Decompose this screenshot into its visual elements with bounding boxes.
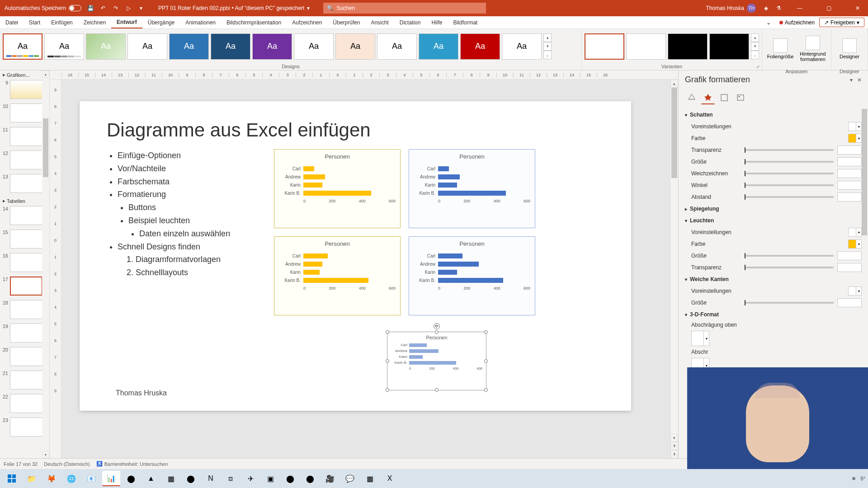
vlc-icon[interactable]: ▲ — [142, 471, 160, 486]
accessibility-check[interactable]: ♿Barrierefreiheit: Untersuchen — [96, 461, 168, 467]
variant-thumb[interactable] — [626, 33, 666, 60]
edge-size-slider[interactable] — [745, 302, 834, 304]
transparency-slider[interactable] — [745, 149, 834, 151]
designer-button[interactable]: Designer — [834, 31, 865, 67]
obs-icon[interactable]: ⬤ — [281, 471, 299, 486]
outlook-icon[interactable]: 📧 — [82, 471, 100, 486]
onenote-icon[interactable]: N — [202, 471, 220, 486]
excel-icon[interactable]: X — [381, 471, 399, 486]
theme-thumb[interactable]: Aa — [252, 33, 292, 60]
theme-thumb[interactable]: Aa — [294, 33, 334, 60]
edge-size-value[interactable] — [837, 298, 862, 307]
share-button[interactable]: ↗Freigeben▾ — [819, 18, 864, 27]
app-icon[interactable]: ▣ — [261, 471, 279, 486]
bevel-top-dropdown[interactable]: ▾ — [691, 331, 709, 346]
tab-bildformat[interactable]: Bildformat — [448, 16, 483, 28]
document-title[interactable]: PPT 01 Roter Faden 002.pptx • Auf "diese… — [158, 5, 310, 11]
blur-value[interactable] — [837, 169, 862, 178]
section-kanten[interactable]: ▾Weiche Kanten — [685, 273, 862, 285]
section-3d[interactable]: ▾3-D-Format — [685, 309, 862, 320]
app-icon[interactable]: ⬤ — [122, 471, 140, 486]
mini-chart[interactable]: PersonenCarlAndrewKarinKarin B.020040060… — [274, 149, 401, 228]
section-leuchten[interactable]: ▾Leuchten — [685, 215, 862, 226]
slide-text[interactable]: Einfüge-Optionen Vor/Nachteile Farbschem… — [107, 149, 260, 315]
variant-gallery-scroll[interactable]: ▴▾⌄ — [751, 33, 759, 60]
tab-uebergaenge[interactable]: Übergänge — [142, 16, 180, 28]
angle-slider[interactable] — [745, 184, 834, 186]
autosave-switch[interactable] — [69, 5, 81, 11]
tab-entwurf[interactable]: Entwurf — [111, 16, 142, 28]
theme-thumb[interactable]: Aa — [44, 33, 84, 60]
resize-handle[interactable] — [386, 330, 389, 334]
system-tray[interactable]: ❄ 5° — [852, 476, 865, 482]
undo-icon[interactable]: ↶ — [99, 5, 107, 12]
record-button[interactable]: Aufzeichnen — [775, 16, 819, 28]
ribbon-collapse-button[interactable]: ⌄ — [762, 16, 775, 28]
theme-thumb[interactable]: Aa — [127, 33, 167, 60]
theme-thumb[interactable]: Aa — [377, 33, 417, 60]
maximize-button[interactable]: ▢ — [818, 0, 839, 16]
size-slider[interactable] — [745, 161, 834, 163]
start-button[interactable] — [3, 471, 21, 486]
size-value[interactable] — [837, 157, 862, 166]
search-input[interactable] — [336, 5, 482, 11]
weather-icon[interactable]: ❄ — [852, 476, 856, 482]
glow-trans-value[interactable] — [837, 263, 862, 272]
language-indicator[interactable]: Deutsch (Österreich) — [44, 461, 90, 467]
diamond-icon[interactable]: ◈ — [764, 5, 768, 11]
format-background-button[interactable]: Hintergrund formatieren — [797, 31, 828, 67]
variant-thumb[interactable] — [668, 33, 708, 60]
redo-icon[interactable]: ↷ — [112, 5, 119, 12]
resize-handle[interactable] — [386, 359, 389, 363]
explorer-icon[interactable]: 📁 — [23, 471, 41, 486]
save-icon[interactable]: 💾 — [87, 5, 94, 12]
effects-tab-icon[interactable] — [701, 91, 715, 104]
app-icon[interactable]: 💬 — [341, 471, 359, 486]
resize-handle[interactable] — [484, 330, 488, 334]
mini-chart[interactable]: PersonenCarlAndrewKarinKarin B.020040060… — [409, 236, 535, 315]
mini-chart[interactable]: PersonenCarlAndrewKarinKarin B.020040060… — [409, 149, 535, 228]
tab-ueberpruefen[interactable]: Überprüfen — [327, 16, 365, 28]
distance-value[interactable] — [837, 192, 862, 202]
glow-color-dropdown[interactable]: ▾ — [848, 239, 862, 249]
tab-bildschirm[interactable]: Bildschirmpräsentation — [221, 16, 287, 28]
glow-size-slider[interactable] — [745, 255, 834, 257]
tab-start[interactable]: Start — [24, 16, 46, 28]
powerpoint-icon[interactable]: 📊 — [102, 471, 120, 486]
prev-slide-icon[interactable]: ⇞ — [670, 442, 678, 450]
tab-einfuegen[interactable]: Einfügen — [46, 16, 78, 28]
tab-zeichnen[interactable]: Zeichnen — [78, 16, 111, 28]
autosave-toggle[interactable]: Automatisches Speichern — [5, 5, 81, 11]
theme-thumb[interactable]: Aa — [3, 33, 42, 60]
pane-close-icon[interactable]: ✕ — [857, 77, 862, 83]
zoom-icon[interactable]: 🎥 — [321, 471, 339, 486]
user-account[interactable]: Thomas Hruska TH — [706, 4, 756, 13]
resize-handle[interactable] — [386, 388, 389, 392]
blur-slider[interactable] — [745, 173, 834, 174]
next-slide-icon[interactable]: ⇟ — [670, 450, 678, 458]
picture-tab-icon[interactable] — [734, 91, 747, 104]
resize-handle[interactable] — [484, 359, 488, 363]
tab-dictation[interactable]: Dictation — [394, 16, 426, 28]
tab-aufzeichnen[interactable]: Aufzeichnen — [287, 16, 327, 28]
theme-thumb[interactable]: Aa — [211, 33, 250, 60]
search-box[interactable]: 🔍 — [323, 3, 486, 14]
thumb-scrollbar[interactable]: ▴▾ — [42, 70, 49, 458]
glow-trans-slider[interactable] — [745, 267, 834, 268]
color-dropdown[interactable]: ▾ — [848, 134, 862, 143]
size-tab-icon[interactable] — [717, 91, 731, 104]
flask-icon[interactable]: ⚗ — [776, 5, 781, 11]
preset-dropdown[interactable]: ▾ — [848, 122, 862, 131]
theme-thumb[interactable]: Aa — [460, 33, 500, 60]
telegram-icon[interactable]: ✈ — [241, 471, 259, 486]
slide[interactable]: Diagramme aus Excel einfügen Einfüge-Opt… — [80, 101, 631, 411]
resize-handle[interactable] — [484, 388, 488, 392]
app-icon[interactable]: ▦ — [162, 471, 180, 486]
section-spiegelung[interactable]: ▸Spiegelung — [685, 203, 862, 215]
selected-chart-object[interactable]: ⟳ PersonenCarlAndrewKarinKarin B.0200400… — [387, 332, 486, 390]
resize-handle[interactable] — [435, 330, 439, 334]
app-icon[interactable]: ▦ — [361, 471, 379, 486]
fill-tab-icon[interactable] — [685, 91, 698, 104]
theme-thumb[interactable]: Aa — [169, 33, 209, 60]
firefox-icon[interactable]: 🦊 — [42, 471, 61, 486]
